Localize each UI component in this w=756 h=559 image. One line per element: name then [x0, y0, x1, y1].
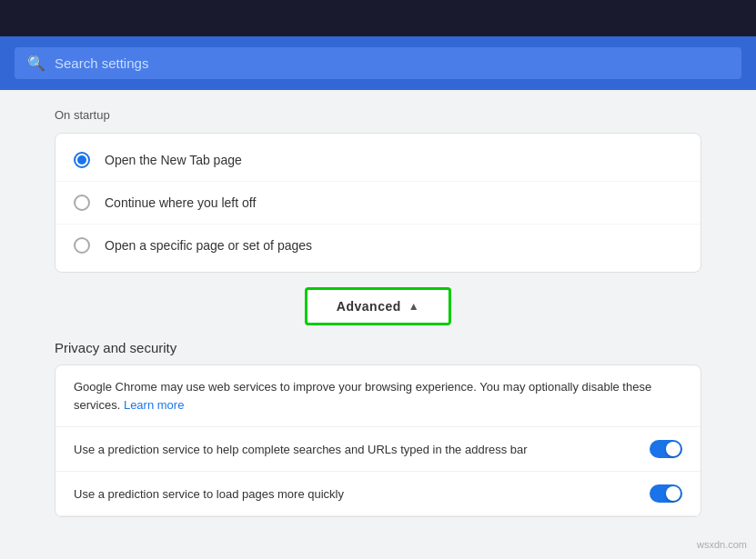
radio-new-tab[interactable]: Open the New Tab page: [55, 139, 701, 182]
prediction-pages-label: Use a prediction service to load pages m…: [74, 487, 344, 501]
radio-circle-continue: [74, 195, 90, 211]
learn-more-link[interactable]: Learn more: [124, 398, 184, 412]
search-icon: 🔍: [27, 55, 45, 72]
search-bar-wrapper: 🔍: [0, 36, 756, 90]
radio-circle-new-tab: [74, 152, 90, 168]
radio-label-new-tab: Open the New Tab page: [105, 153, 242, 167]
chevron-up-icon: ▲: [408, 300, 419, 313]
privacy-row-prediction-search: Use a prediction service to help complet…: [55, 427, 701, 472]
radio-continue[interactable]: Continue where you left off: [55, 182, 701, 225]
radio-label-specific: Open a specific page or set of pages: [105, 238, 312, 253]
advanced-button-label: Advanced: [337, 299, 401, 314]
advanced-button-wrapper: Advanced ▲: [55, 287, 701, 325]
prediction-search-label: Use a prediction service to help complet…: [74, 443, 528, 456]
search-input[interactable]: [55, 55, 729, 71]
radio-label-continue: Continue where you left off: [105, 195, 256, 210]
on-startup-label: On startup: [55, 108, 701, 122]
privacy-card: Google Chrome may use web services to im…: [55, 364, 701, 517]
radio-specific[interactable]: Open a specific page or set of pages: [55, 225, 701, 266]
toggle-prediction-search[interactable]: [650, 440, 682, 458]
search-bar[interactable]: 🔍: [15, 47, 741, 79]
advanced-button[interactable]: Advanced ▲: [305, 287, 451, 325]
privacy-security-label: Privacy and security: [55, 340, 701, 355]
privacy-row-info: Google Chrome may use web services to im…: [55, 365, 701, 427]
main-content: On startup Open the New Tab page Continu…: [0, 90, 756, 535]
privacy-row-prediction-pages: Use a prediction service to load pages m…: [55, 472, 701, 516]
startup-options-card: Open the New Tab page Continue where you…: [55, 133, 701, 273]
title-bar: [0, 0, 756, 36]
radio-circle-specific: [74, 237, 90, 254]
watermark: wsxdn.com: [697, 539, 747, 550]
toggle-prediction-pages[interactable]: [650, 484, 682, 503]
